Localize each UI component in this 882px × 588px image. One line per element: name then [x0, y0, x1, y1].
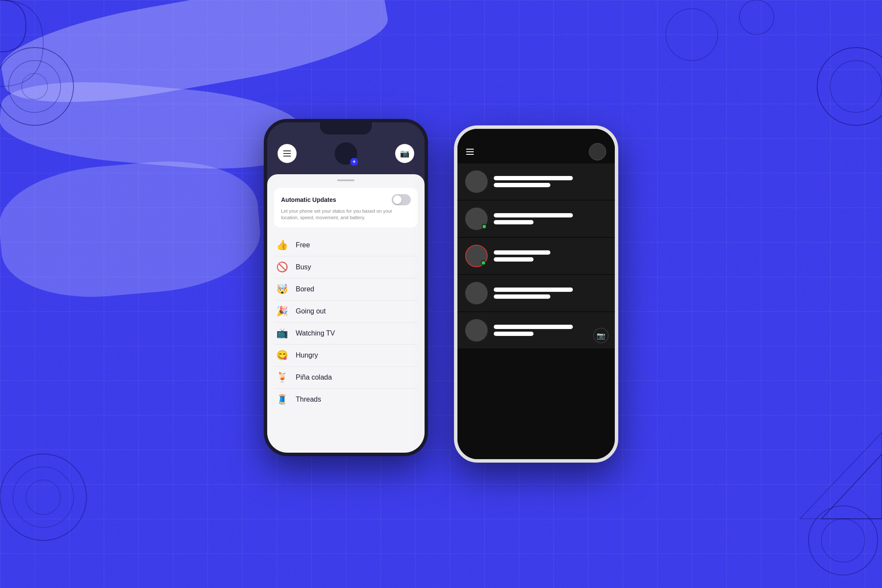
status-emoji: 🎉	[274, 306, 290, 317]
status-label: Hungry	[296, 352, 318, 359]
auto-updates-title: Automatic Updates	[281, 196, 336, 203]
bottom-sheet: Automatic Updates Let your phone set you…	[267, 174, 425, 453]
status-item[interactable]: 📺 Watching TV	[274, 323, 418, 345]
contact-avatar	[465, 282, 488, 304]
add-status-button[interactable]: +	[350, 158, 358, 166]
auto-updates-card: Automatic Updates Let your phone set you…	[274, 188, 418, 227]
contact-list: 📷	[457, 163, 615, 459]
status-label: Going out	[296, 307, 326, 315]
contact-item[interactable]: 📷	[457, 312, 615, 348]
user-avatar[interactable]: +	[335, 142, 357, 165]
status-emoji: 🍹	[274, 372, 290, 383]
contact-bar	[494, 332, 534, 336]
hamburger-icon	[283, 150, 291, 157]
status-label: Threads	[296, 396, 321, 403]
status-item[interactable]: 😋 Hungry	[274, 345, 418, 367]
contact-bar	[494, 250, 550, 255]
contact-avatar	[465, 170, 488, 193]
contact-item[interactable]	[457, 163, 615, 200]
camera-overlay-icon[interactable]: 📷	[593, 328, 609, 343]
menu-button[interactable]	[278, 144, 297, 163]
status-label: Bored	[296, 285, 314, 293]
status-list: 👍 Free 🚫 Busy 🤯 Bored 🎉 Going out 📺 Watc…	[267, 234, 425, 410]
contact-item[interactable]	[457, 275, 615, 311]
status-emoji: 🤯	[274, 284, 290, 295]
phone-1: + 📷 Automatic Updates Let	[264, 119, 428, 456]
status-item[interactable]: 🎉 Going out	[274, 300, 418, 323]
contact-info	[494, 288, 607, 299]
online-dot	[481, 260, 486, 265]
status-emoji: 🧵	[274, 394, 290, 405]
status-label: Free	[296, 241, 310, 249]
status-item[interactable]: 👍 Free	[274, 234, 418, 256]
contact-bar	[494, 288, 573, 292]
online-dot	[482, 224, 487, 229]
toggle-knob	[393, 195, 402, 204]
contact-item[interactable]	[457, 201, 615, 237]
contact-info	[494, 213, 607, 224]
status-emoji: 😋	[274, 350, 290, 361]
status-emoji: 📺	[274, 328, 290, 339]
phone-2-notch	[510, 129, 562, 141]
contact-info	[494, 176, 607, 187]
status-item[interactable]: 🚫 Busy	[274, 256, 418, 278]
contact-avatar	[465, 319, 488, 342]
auto-updates-header: Automatic Updates	[281, 194, 411, 205]
contact-info	[494, 250, 607, 262]
status-item[interactable]: 🍹 Piña colada	[274, 367, 418, 389]
contact-avatar	[465, 208, 488, 230]
contact-avatar	[465, 245, 488, 267]
status-label: Busy	[296, 263, 311, 271]
phone-2-avatar[interactable]	[589, 143, 606, 160]
contact-bar	[494, 176, 573, 180]
phone-1-notch	[320, 122, 372, 134]
contact-bar	[494, 257, 534, 262]
contact-bar	[494, 325, 573, 329]
auto-updates-description: Let your phone set your status for you b…	[281, 208, 411, 221]
scene: + 📷 Automatic Updates Let	[0, 0, 882, 588]
status-emoji: 🚫	[274, 262, 290, 273]
status-emoji: 👍	[274, 240, 290, 251]
status-label: Watching TV	[296, 329, 335, 337]
status-label: Piña colada	[296, 374, 332, 381]
contact-bar	[494, 213, 573, 217]
contact-bar	[494, 294, 550, 299]
contact-info	[494, 325, 607, 336]
contact-bar	[494, 183, 550, 187]
phone-2: 📷	[454, 125, 618, 463]
phone-1-content: + 📷 Automatic Updates Let	[267, 122, 425, 453]
phone-2-content: 📷	[457, 129, 615, 459]
camera-icon: 📷	[400, 149, 409, 158]
status-item[interactable]: 🤯 Bored	[274, 278, 418, 300]
contact-item[interactable]	[457, 238, 615, 274]
contact-bar	[494, 220, 534, 224]
sheet-handle	[337, 179, 355, 181]
phone-2-menu-icon[interactable]	[466, 149, 474, 155]
status-item[interactable]: 🧵 Threads	[274, 389, 418, 410]
camera-button[interactable]: 📷	[395, 144, 414, 163]
auto-updates-toggle[interactable]	[392, 194, 411, 205]
